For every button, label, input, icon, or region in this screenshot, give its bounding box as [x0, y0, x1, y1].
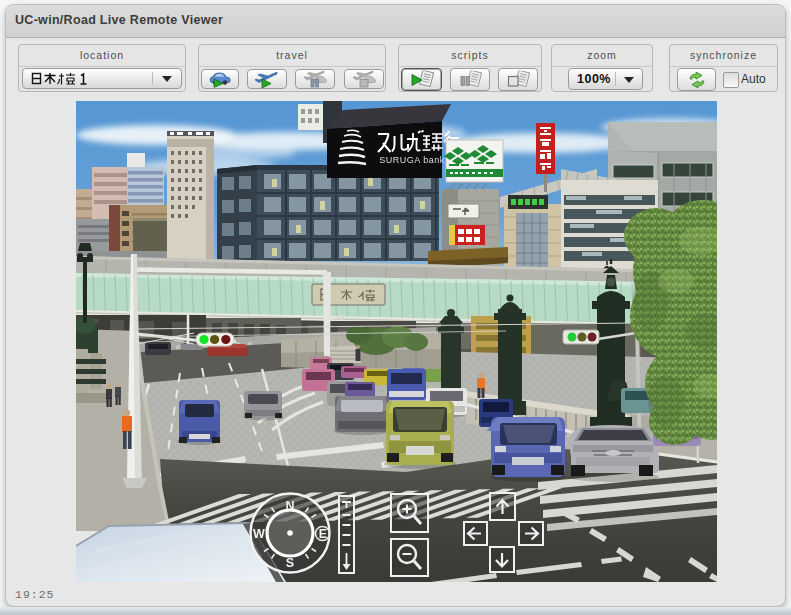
svg-text:W: W — [253, 527, 265, 541]
svg-text:SURUGA bank: SURUGA bank — [379, 155, 445, 165]
svg-text:S: S — [286, 556, 294, 570]
svg-text:N: N — [285, 499, 294, 513]
